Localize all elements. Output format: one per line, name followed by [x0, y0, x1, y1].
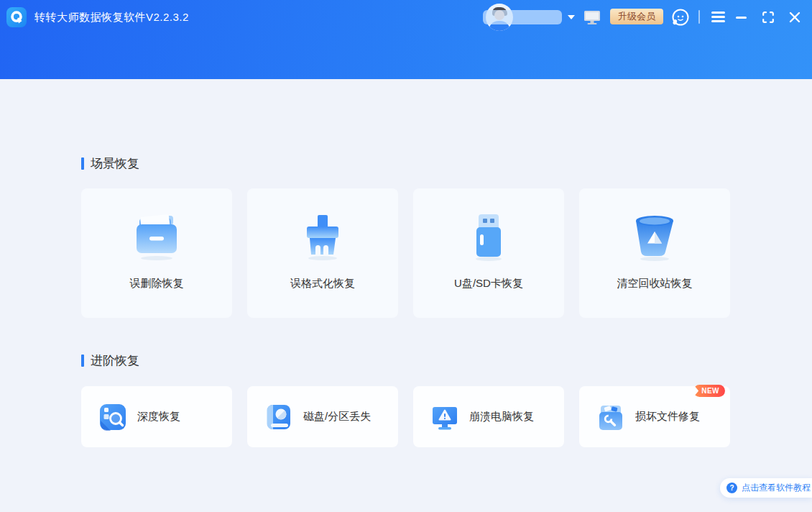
main-content: 场景恢复 误删除恢复 [0, 79, 812, 512]
section-title-advanced: 进阶恢复 [81, 352, 139, 369]
app-logo-icon [6, 7, 27, 27]
usb-drive-icon [461, 212, 516, 262]
broom-icon [295, 212, 350, 262]
card-label: 清空回收站恢复 [617, 277, 693, 291]
card-recycle-bin-recovery[interactable]: 清空回收站恢复 [579, 188, 730, 318]
deep-scan-icon [98, 403, 127, 431]
crashed-computer-icon [430, 403, 459, 431]
advanced-card-row: 深度恢复 磁盘/分区丢失 [81, 386, 730, 447]
user-account[interactable] [483, 4, 576, 32]
folder-icon [129, 212, 184, 262]
titlebar: 转转大师数据恢复软件V2.2.3.2 升级会员 [0, 0, 812, 79]
account-dropdown-caret-icon[interactable] [568, 15, 575, 19]
card-deleted-recovery[interactable]: 误删除恢复 [81, 188, 232, 318]
monitor-icon[interactable] [583, 9, 601, 25]
disk-partition-icon [264, 403, 293, 431]
titlebar-divider [698, 10, 700, 24]
scene-card-row: 误删除恢复 误格式化恢复 [81, 188, 730, 318]
file-repair-icon [596, 403, 625, 431]
minimize-icon[interactable] [736, 17, 747, 19]
card-format-recovery[interactable]: 误格式化恢复 [247, 188, 398, 318]
card-label: 损坏文件修复 [635, 410, 700, 424]
recycle-bin-icon [627, 212, 682, 262]
card-label: 误删除恢复 [130, 277, 184, 291]
card-disk-partition-loss[interactable]: 磁盘/分区丢失 [247, 386, 398, 447]
new-badge: NEW [693, 385, 725, 397]
tutorial-button[interactable]: ? 点击查看软件教程 [720, 478, 812, 498]
app-title: 转转大师数据恢复软件V2.2.3.2 [34, 11, 189, 24]
username-blur-overlay [483, 10, 562, 24]
card-label: 误格式化恢复 [290, 277, 355, 291]
upgrade-member-button[interactable]: 升级会员 [610, 9, 663, 24]
card-label: 磁盘/分区丢失 [303, 410, 371, 424]
close-icon[interactable] [788, 10, 802, 24]
section-title-scene: 场景恢复 [81, 155, 139, 172]
section-accent-bar [81, 157, 84, 170]
customer-service-icon[interactable] [671, 8, 690, 27]
card-damaged-file-repair[interactable]: NEW 损坏文件修复 [579, 386, 730, 447]
card-label: 崩溃电脑恢复 [469, 410, 534, 424]
question-mark-icon: ? [726, 483, 737, 493]
card-crashed-computer-recovery[interactable]: 崩溃电脑恢复 [413, 386, 564, 447]
tutorial-label: 点击查看软件教程 [742, 482, 811, 494]
menu-icon[interactable] [711, 12, 725, 22]
card-label: U盘/SD卡恢复 [454, 277, 523, 291]
card-usb-sd-recovery[interactable]: U盘/SD卡恢复 [413, 188, 564, 318]
maximize-icon[interactable] [762, 12, 774, 23]
section-accent-bar [81, 355, 84, 367]
card-deep-recovery[interactable]: 深度恢复 [81, 386, 232, 447]
card-label: 深度恢复 [137, 410, 180, 424]
